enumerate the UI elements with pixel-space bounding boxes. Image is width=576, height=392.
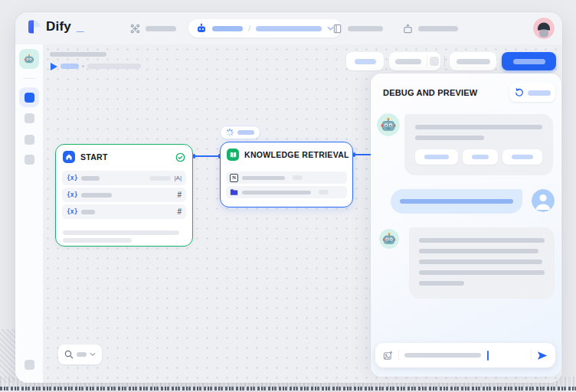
image-upload-icon[interactable] (383, 351, 393, 361)
user-avatar (532, 189, 555, 212)
workflow-title-skeleton (50, 52, 106, 57)
text-caret (487, 351, 489, 361)
message-text-skeleton (419, 281, 464, 286)
chip-text-skeleton (424, 155, 449, 159)
knowledge-source-row: N (226, 172, 347, 184)
tool-label-skeleton (146, 26, 176, 31)
node-start[interactable]: START {x} |A| (55, 144, 193, 247)
top-bar: Dify _ (15, 12, 562, 44)
variable-icon: {x} (67, 191, 77, 198)
desktop-background: Dify _ (0, 0, 576, 392)
sidebar-item-4[interactable] (25, 155, 34, 165)
spinner-icon (226, 129, 234, 136)
preview-button[interactable] (450, 52, 496, 70)
zoom-control[interactable] (58, 345, 102, 364)
workflow-tool-button[interactable] (130, 24, 176, 34)
dify-logo-mark (26, 19, 41, 34)
edge-start-to-knowledge[interactable] (194, 155, 220, 157)
description-skeleton (63, 238, 132, 243)
chat-input[interactable] (375, 343, 555, 368)
dify-logo: Dify _ (26, 19, 83, 34)
chatbot-icon (196, 23, 207, 34)
knowledge-nav-button[interactable] (332, 24, 383, 34)
app-selector-dropdown[interactable]: / (188, 19, 342, 38)
app-name-skeleton (212, 26, 243, 31)
source-badge-skeleton (319, 190, 329, 194)
variable-name-skeleton (81, 193, 112, 198)
variable-row: {x} |A| (62, 171, 186, 185)
variable-icon: {x} (67, 175, 77, 181)
debug-preview-panel: DEBUG AND PREVIEW (371, 74, 561, 377)
panel-header: DEBUG AND PREVIEW (383, 83, 555, 103)
chip-label-skeleton (237, 130, 254, 135)
node-knowledge-retrieval[interactable]: KNOWLEDGE RETRIEVAL N (220, 142, 353, 207)
variable-icon: {x} (67, 208, 77, 215)
brand-name: Dify (46, 19, 71, 34)
suggested-question-chip[interactable] (502, 149, 542, 165)
run-play-icon[interactable] (51, 63, 57, 70)
source-badge-skeleton (293, 175, 303, 180)
variable-row: {x} # (62, 204, 186, 219)
message-text-skeleton (415, 125, 542, 129)
run-info-skeleton (87, 64, 141, 69)
input-divider (398, 350, 399, 361)
orchestrate-icon (25, 93, 34, 103)
restart-conversation-button[interactable] (509, 83, 555, 102)
variable-type-number: # (177, 191, 182, 199)
brand-underscore: _ (77, 19, 83, 34)
home-icon (63, 151, 75, 163)
message-text-skeleton (415, 136, 484, 140)
node-running-chip[interactable] (220, 126, 260, 139)
bot-avatar (377, 113, 400, 136)
open-book-icon (227, 149, 239, 161)
user-message-bubble (391, 189, 522, 214)
chip-text-skeleton (512, 155, 533, 159)
node-description (56, 221, 192, 243)
variable-value-skeleton (149, 176, 171, 181)
workflow-name-skeleton (256, 26, 322, 31)
check-circle-icon (175, 152, 185, 162)
variable-name-skeleton (81, 176, 100, 181)
panel-title: DEBUG AND PREVIEW (383, 88, 477, 97)
workflow-tool-icon (130, 24, 140, 34)
message-text-skeleton (419, 270, 545, 275)
search-zoom-icon (64, 350, 74, 359)
restart-label-skeleton (528, 90, 551, 96)
knowledge-source-row (226, 186, 347, 198)
current-app-icon[interactable] (19, 49, 39, 69)
sidebar-item-settings[interactable] (25, 360, 34, 370)
suggested-question-chip[interactable] (463, 149, 498, 165)
bot-message-bubble (409, 227, 555, 299)
features-button[interactable] (346, 52, 384, 70)
suggested-questions (415, 149, 542, 165)
status-separator-dot (82, 65, 84, 67)
notion-icon: N (230, 174, 238, 182)
background-noise-corner (0, 329, 15, 383)
folder-icon (230, 188, 238, 196)
sidebar-item-orchestrate-active[interactable] (19, 87, 39, 107)
rail-divider (23, 78, 35, 79)
run-split-button[interactable] (389, 52, 440, 70)
node-variable-list: {x} |A| {x} # {x} (56, 171, 192, 219)
send-icon[interactable] (537, 351, 548, 361)
split-menu-button[interactable] (430, 57, 439, 66)
plugins-nav-button[interactable] (403, 24, 458, 34)
user-profile-avatar[interactable] (533, 18, 555, 39)
suggested-question-chip[interactable] (415, 149, 458, 165)
node-start-header: START (56, 145, 192, 163)
plugin-box-icon (403, 24, 413, 34)
message-text-skeleton (419, 260, 542, 264)
publish-button[interactable] (502, 52, 556, 70)
node-title: START (80, 152, 108, 162)
sidebar-item-2[interactable] (25, 113, 34, 123)
button-label-skeleton (355, 59, 376, 64)
sidebar-item-3[interactable] (25, 135, 34, 145)
background-text-noise (0, 387, 576, 390)
source-name-skeleton (242, 191, 311, 194)
description-skeleton (63, 230, 179, 235)
knowledge-source-list: N (221, 172, 352, 198)
chip-text-skeleton (472, 155, 489, 159)
bot-avatar (379, 229, 399, 249)
bot-message-bubble (404, 114, 553, 175)
run-status-skeleton (61, 64, 79, 69)
